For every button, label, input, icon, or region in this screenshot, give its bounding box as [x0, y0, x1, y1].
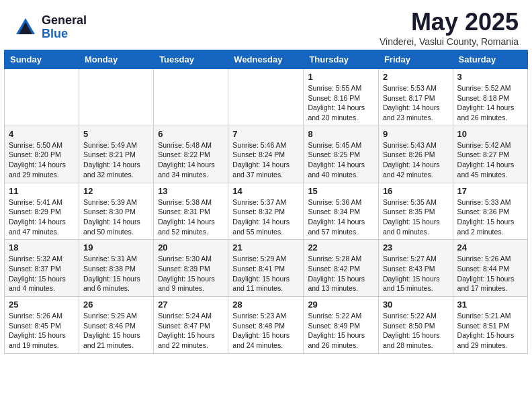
day-info: Sunrise: 5:30 AM Sunset: 8:39 PM Dayligh…	[158, 254, 224, 293]
day-header-saturday: Saturday	[453, 50, 527, 69]
day-info: Sunrise: 5:32 AM Sunset: 8:37 PM Dayligh…	[9, 254, 75, 293]
calendar-cell: 26Sunrise: 5:25 AM Sunset: 8:46 PM Dayli…	[79, 297, 154, 354]
day-header-thursday: Thursday	[304, 50, 378, 69]
day-number: 26	[83, 300, 149, 310]
calendar-cell: 7Sunrise: 5:46 AM Sunset: 8:24 PM Daylig…	[228, 126, 304, 183]
month-title: May 2025	[380, 8, 519, 36]
day-number: 17	[457, 186, 523, 196]
day-info: Sunrise: 5:25 AM Sunset: 8:46 PM Dayligh…	[83, 311, 149, 351]
location-subtitle: Vinderei, Vaslui County, Romania	[380, 36, 519, 47]
logo: General Blue	[13, 14, 87, 41]
day-number: 3	[457, 72, 523, 82]
calendar-cell: 18Sunrise: 5:32 AM Sunset: 8:37 PM Dayli…	[5, 240, 79, 297]
calendar-cell	[5, 69, 79, 126]
day-number: 2	[383, 72, 449, 82]
day-info: Sunrise: 5:48 AM Sunset: 8:22 PM Dayligh…	[158, 140, 224, 180]
calendar-cell	[154, 69, 228, 126]
day-info: Sunrise: 5:22 AM Sunset: 8:50 PM Dayligh…	[383, 311, 449, 351]
day-number: 5	[83, 129, 149, 139]
calendar-cell: 2Sunrise: 5:53 AM Sunset: 8:17 PM Daylig…	[378, 69, 453, 126]
day-number: 22	[308, 242, 373, 253]
day-number: 28	[232, 300, 299, 310]
day-info: Sunrise: 5:21 AM Sunset: 8:51 PM Dayligh…	[457, 311, 523, 351]
calendar-header: SundayMondayTuesdayWednesdayThursdayFrid…	[5, 50, 528, 69]
calendar-week-2: 4Sunrise: 5:50 AM Sunset: 8:20 PM Daylig…	[5, 126, 528, 183]
day-header-wednesday: Wednesday	[228, 50, 304, 69]
day-info: Sunrise: 5:53 AM Sunset: 8:17 PM Dayligh…	[383, 83, 449, 123]
day-number: 9	[383, 129, 449, 139]
day-number: 10	[457, 129, 523, 139]
day-info: Sunrise: 5:28 AM Sunset: 8:42 PM Dayligh…	[308, 254, 373, 293]
day-number: 16	[383, 186, 449, 196]
day-info: Sunrise: 5:23 AM Sunset: 8:48 PM Dayligh…	[232, 311, 299, 351]
day-number: 31	[457, 300, 523, 310]
day-info: Sunrise: 5:42 AM Sunset: 8:27 PM Dayligh…	[457, 140, 523, 180]
calendar-cell: 15Sunrise: 5:36 AM Sunset: 8:34 PM Dayli…	[304, 183, 378, 240]
calendar-cell: 19Sunrise: 5:31 AM Sunset: 8:38 PM Dayli…	[79, 240, 154, 297]
day-info: Sunrise: 5:50 AM Sunset: 8:20 PM Dayligh…	[9, 140, 75, 180]
calendar-cell: 20Sunrise: 5:30 AM Sunset: 8:39 PM Dayli…	[154, 240, 228, 297]
calendar-cell: 10Sunrise: 5:42 AM Sunset: 8:27 PM Dayli…	[453, 126, 527, 183]
calendar-cell: 8Sunrise: 5:45 AM Sunset: 8:25 PM Daylig…	[304, 126, 378, 183]
calendar-cell	[228, 69, 304, 126]
day-number: 8	[308, 129, 373, 139]
calendar-cell: 30Sunrise: 5:22 AM Sunset: 8:50 PM Dayli…	[378, 297, 453, 354]
day-info: Sunrise: 5:29 AM Sunset: 8:41 PM Dayligh…	[232, 254, 299, 293]
calendar-cell: 23Sunrise: 5:27 AM Sunset: 8:43 PM Dayli…	[378, 240, 453, 297]
day-number: 7	[232, 129, 299, 139]
day-number: 24	[457, 242, 523, 253]
calendar-cell: 29Sunrise: 5:22 AM Sunset: 8:49 PM Dayli…	[304, 297, 378, 354]
day-info: Sunrise: 5:43 AM Sunset: 8:26 PM Dayligh…	[383, 140, 449, 180]
header: General Blue May 2025 Vinderei, Vaslui C…	[0, 0, 532, 50]
day-number: 4	[9, 129, 75, 139]
calendar-cell: 28Sunrise: 5:23 AM Sunset: 8:48 PM Dayli…	[228, 297, 304, 354]
day-info: Sunrise: 5:49 AM Sunset: 8:21 PM Dayligh…	[83, 140, 149, 180]
day-info: Sunrise: 5:52 AM Sunset: 8:18 PM Dayligh…	[457, 83, 523, 123]
day-info: Sunrise: 5:31 AM Sunset: 8:38 PM Dayligh…	[83, 254, 149, 293]
calendar-week-3: 11Sunrise: 5:41 AM Sunset: 8:29 PM Dayli…	[5, 183, 528, 240]
day-number: 23	[383, 242, 449, 253]
calendar-cell: 22Sunrise: 5:28 AM Sunset: 8:42 PM Dayli…	[304, 240, 378, 297]
calendar-cell: 4Sunrise: 5:50 AM Sunset: 8:20 PM Daylig…	[5, 126, 79, 183]
day-number: 15	[308, 186, 373, 196]
calendar-wrapper: SundayMondayTuesdayWednesdayThursdayFrid…	[0, 50, 532, 358]
day-number: 30	[383, 300, 449, 310]
day-info: Sunrise: 5:22 AM Sunset: 8:49 PM Dayligh…	[308, 311, 373, 351]
day-number: 27	[158, 300, 224, 310]
day-number: 18	[9, 242, 75, 253]
calendar-cell: 9Sunrise: 5:43 AM Sunset: 8:26 PM Daylig…	[378, 126, 453, 183]
day-header-sunday: Sunday	[5, 50, 79, 69]
day-info: Sunrise: 5:45 AM Sunset: 8:25 PM Dayligh…	[308, 140, 373, 180]
day-info: Sunrise: 5:24 AM Sunset: 8:47 PM Dayligh…	[158, 311, 224, 351]
calendar-cell	[79, 69, 154, 126]
calendar-cell: 24Sunrise: 5:26 AM Sunset: 8:44 PM Dayli…	[453, 240, 527, 297]
day-number: 14	[232, 186, 299, 196]
calendar-cell: 6Sunrise: 5:48 AM Sunset: 8:22 PM Daylig…	[154, 126, 228, 183]
day-info: Sunrise: 5:33 AM Sunset: 8:36 PM Dayligh…	[457, 197, 523, 237]
day-info: Sunrise: 5:26 AM Sunset: 8:45 PM Dayligh…	[9, 311, 75, 351]
day-info: Sunrise: 5:41 AM Sunset: 8:29 PM Dayligh…	[9, 197, 75, 237]
day-number: 13	[158, 186, 224, 196]
logo-blue-text: Blue	[42, 28, 87, 41]
calendar-table: SundayMondayTuesdayWednesdayThursdayFrid…	[4, 50, 528, 354]
day-number: 6	[158, 129, 224, 139]
calendar-cell: 5Sunrise: 5:49 AM Sunset: 8:21 PM Daylig…	[79, 126, 154, 183]
calendar-week-5: 25Sunrise: 5:26 AM Sunset: 8:45 PM Dayli…	[5, 297, 528, 354]
day-info: Sunrise: 5:35 AM Sunset: 8:35 PM Dayligh…	[383, 197, 449, 237]
calendar-cell: 16Sunrise: 5:35 AM Sunset: 8:35 PM Dayli…	[378, 183, 453, 240]
title-section: May 2025 Vinderei, Vaslui County, Romani…	[380, 8, 519, 47]
day-number: 29	[308, 300, 373, 310]
day-header-friday: Friday	[378, 50, 453, 69]
day-header-monday: Monday	[79, 50, 154, 69]
day-info: Sunrise: 5:55 AM Sunset: 8:16 PM Dayligh…	[308, 83, 373, 123]
logo-icon	[13, 15, 38, 40]
logo-text: General Blue	[42, 14, 87, 41]
days-of-week-row: SundayMondayTuesdayWednesdayThursdayFrid…	[5, 50, 528, 69]
day-number: 1	[308, 72, 373, 82]
day-number: 19	[83, 242, 149, 253]
calendar-cell: 21Sunrise: 5:29 AM Sunset: 8:41 PM Dayli…	[228, 240, 304, 297]
calendar-cell: 25Sunrise: 5:26 AM Sunset: 8:45 PM Dayli…	[5, 297, 79, 354]
day-number: 21	[232, 242, 299, 253]
calendar-week-1: 1Sunrise: 5:55 AM Sunset: 8:16 PM Daylig…	[5, 69, 528, 126]
day-number: 12	[83, 186, 149, 196]
